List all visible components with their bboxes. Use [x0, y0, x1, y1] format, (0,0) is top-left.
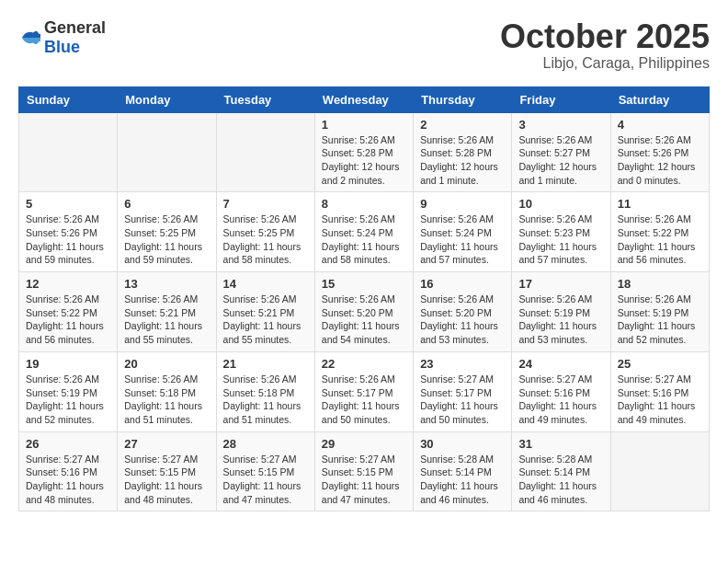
day-number: 14	[223, 277, 308, 291]
day-number: 27	[124, 437, 209, 451]
calendar-cell: 13Sunrise: 5:26 AM Sunset: 5:21 PM Dayli…	[118, 272, 216, 352]
calendar-cell	[118, 112, 216, 192]
day-info: Sunrise: 5:26 AM Sunset: 5:25 PM Dayligh…	[223, 213, 308, 267]
day-info: Sunrise: 5:26 AM Sunset: 5:18 PM Dayligh…	[223, 373, 308, 427]
calendar-cell: 17Sunrise: 5:26 AM Sunset: 5:19 PM Dayli…	[512, 272, 610, 352]
calendar-cell: 3Sunrise: 5:26 AM Sunset: 5:27 PM Daylig…	[512, 112, 610, 192]
day-info: Sunrise: 5:26 AM Sunset: 5:24 PM Dayligh…	[420, 213, 505, 267]
calendar-cell: 12Sunrise: 5:26 AM Sunset: 5:22 PM Dayli…	[19, 272, 118, 352]
weekday-header: Wednesday	[314, 86, 413, 112]
calendar-cell: 15Sunrise: 5:26 AM Sunset: 5:20 PM Dayli…	[314, 272, 413, 352]
calendar-cell: 6Sunrise: 5:26 AM Sunset: 5:25 PM Daylig…	[118, 192, 216, 272]
day-info: Sunrise: 5:26 AM Sunset: 5:20 PM Dayligh…	[420, 293, 505, 347]
day-info: Sunrise: 5:26 AM Sunset: 5:17 PM Dayligh…	[322, 373, 406, 427]
day-info: Sunrise: 5:27 AM Sunset: 5:16 PM Dayligh…	[26, 453, 110, 507]
day-info: Sunrise: 5:26 AM Sunset: 5:18 PM Dayligh…	[124, 373, 209, 427]
day-number: 24	[518, 357, 603, 371]
calendar-cell: 5Sunrise: 5:26 AM Sunset: 5:26 PM Daylig…	[19, 192, 118, 272]
calendar-cell: 22Sunrise: 5:26 AM Sunset: 5:17 PM Dayli…	[314, 351, 413, 431]
day-number: 31	[518, 437, 603, 451]
day-info: Sunrise: 5:27 AM Sunset: 5:16 PM Dayligh…	[518, 373, 603, 427]
calendar-cell: 20Sunrise: 5:26 AM Sunset: 5:18 PM Dayli…	[118, 351, 216, 431]
calendar-cell: 21Sunrise: 5:26 AM Sunset: 5:18 PM Dayli…	[216, 351, 314, 431]
day-number: 7	[223, 197, 308, 211]
day-number: 10	[518, 197, 603, 211]
day-info: Sunrise: 5:26 AM Sunset: 5:19 PM Dayligh…	[26, 373, 110, 427]
calendar-cell: 1Sunrise: 5:26 AM Sunset: 5:28 PM Daylig…	[314, 112, 413, 192]
calendar-week-row: 19Sunrise: 5:26 AM Sunset: 5:19 PM Dayli…	[19, 351, 710, 431]
calendar-cell: 2Sunrise: 5:26 AM Sunset: 5:28 PM Daylig…	[414, 112, 512, 192]
day-info: Sunrise: 5:28 AM Sunset: 5:14 PM Dayligh…	[518, 453, 603, 507]
day-info: Sunrise: 5:27 AM Sunset: 5:17 PM Dayligh…	[420, 373, 505, 427]
day-number: 26	[26, 437, 110, 451]
day-number: 11	[618, 197, 702, 211]
day-info: Sunrise: 5:26 AM Sunset: 5:23 PM Dayligh…	[518, 213, 603, 267]
day-number: 6	[124, 197, 209, 211]
calendar-cell: 16Sunrise: 5:26 AM Sunset: 5:20 PM Dayli…	[414, 272, 512, 352]
calendar-cell: 4Sunrise: 5:26 AM Sunset: 5:26 PM Daylig…	[610, 112, 709, 192]
day-info: Sunrise: 5:26 AM Sunset: 5:27 PM Dayligh…	[518, 133, 603, 188]
calendar-cell	[216, 112, 314, 192]
day-number: 22	[322, 357, 406, 371]
day-number: 2	[420, 118, 505, 132]
calendar-week-row: 1Sunrise: 5:26 AM Sunset: 5:28 PM Daylig…	[19, 112, 710, 192]
day-info: Sunrise: 5:26 AM Sunset: 5:26 PM Dayligh…	[618, 133, 702, 188]
calendar-cell: 29Sunrise: 5:27 AM Sunset: 5:15 PM Dayli…	[314, 431, 413, 511]
day-info: Sunrise: 5:28 AM Sunset: 5:14 PM Dayligh…	[420, 453, 505, 507]
calendar: SundayMondayTuesdayWednesdayThursdayFrid…	[18, 86, 710, 512]
day-number: 21	[223, 357, 308, 371]
weekday-header: Saturday	[610, 86, 709, 112]
location-title: Libjo, Caraga, Philippines	[500, 55, 710, 72]
day-number: 4	[618, 118, 702, 132]
day-info: Sunrise: 5:26 AM Sunset: 5:24 PM Dayligh…	[322, 213, 406, 267]
day-info: Sunrise: 5:26 AM Sunset: 5:22 PM Dayligh…	[618, 213, 702, 267]
day-info: Sunrise: 5:26 AM Sunset: 5:21 PM Dayligh…	[223, 293, 308, 347]
day-number: 19	[26, 357, 110, 371]
calendar-cell: 31Sunrise: 5:28 AM Sunset: 5:14 PM Dayli…	[512, 431, 610, 511]
day-number: 3	[518, 118, 603, 132]
day-info: Sunrise: 5:26 AM Sunset: 5:20 PM Dayligh…	[322, 293, 406, 347]
day-info: Sunrise: 5:26 AM Sunset: 5:26 PM Dayligh…	[26, 213, 110, 267]
calendar-week-row: 5Sunrise: 5:26 AM Sunset: 5:26 PM Daylig…	[19, 192, 710, 272]
day-number: 1	[322, 118, 406, 132]
month-title: October 2025	[500, 18, 710, 55]
weekday-header: Tuesday	[216, 86, 314, 112]
weekday-header: Friday	[512, 86, 610, 112]
day-info: Sunrise: 5:27 AM Sunset: 5:16 PM Dayligh…	[618, 373, 702, 427]
day-info: Sunrise: 5:27 AM Sunset: 5:15 PM Dayligh…	[322, 453, 406, 507]
day-info: Sunrise: 5:27 AM Sunset: 5:15 PM Dayligh…	[124, 453, 209, 507]
logo-text: General Blue	[44, 18, 106, 57]
day-number: 30	[420, 437, 505, 451]
calendar-cell: 9Sunrise: 5:26 AM Sunset: 5:24 PM Daylig…	[414, 192, 512, 272]
day-number: 9	[420, 197, 505, 211]
logo: General Blue	[18, 18, 106, 57]
day-info: Sunrise: 5:26 AM Sunset: 5:21 PM Dayligh…	[124, 293, 209, 347]
day-info: Sunrise: 5:26 AM Sunset: 5:28 PM Dayligh…	[322, 133, 406, 188]
title-area: October 2025 Libjo, Caraga, Philippines	[500, 18, 710, 72]
day-info: Sunrise: 5:27 AM Sunset: 5:15 PM Dayligh…	[223, 453, 308, 507]
header: General Blue October 2025 Libjo, Caraga,…	[18, 18, 710, 72]
day-number: 25	[618, 357, 702, 371]
day-number: 20	[124, 357, 209, 371]
calendar-cell	[19, 112, 118, 192]
calendar-cell: 18Sunrise: 5:26 AM Sunset: 5:19 PM Dayli…	[610, 272, 709, 352]
day-info: Sunrise: 5:26 AM Sunset: 5:19 PM Dayligh…	[518, 293, 603, 347]
weekday-header: Thursday	[414, 86, 512, 112]
calendar-cell: 30Sunrise: 5:28 AM Sunset: 5:14 PM Dayli…	[414, 431, 512, 511]
calendar-cell: 27Sunrise: 5:27 AM Sunset: 5:15 PM Dayli…	[118, 431, 216, 511]
day-number: 15	[322, 277, 406, 291]
day-number: 16	[420, 277, 505, 291]
calendar-week-row: 26Sunrise: 5:27 AM Sunset: 5:16 PM Dayli…	[19, 431, 710, 511]
day-number: 12	[26, 277, 110, 291]
calendar-header-row: SundayMondayTuesdayWednesdayThursdayFrid…	[19, 86, 710, 112]
calendar-cell: 24Sunrise: 5:27 AM Sunset: 5:16 PM Dayli…	[512, 351, 610, 431]
logo-icon	[18, 27, 40, 49]
weekday-header: Sunday	[19, 86, 118, 112]
calendar-cell: 7Sunrise: 5:26 AM Sunset: 5:25 PM Daylig…	[216, 192, 314, 272]
calendar-cell: 14Sunrise: 5:26 AM Sunset: 5:21 PM Dayli…	[216, 272, 314, 352]
calendar-cell: 25Sunrise: 5:27 AM Sunset: 5:16 PM Dayli…	[610, 351, 709, 431]
day-info: Sunrise: 5:26 AM Sunset: 5:25 PM Dayligh…	[124, 213, 209, 267]
day-number: 13	[124, 277, 209, 291]
day-info: Sunrise: 5:26 AM Sunset: 5:22 PM Dayligh…	[26, 293, 110, 347]
calendar-cell: 8Sunrise: 5:26 AM Sunset: 5:24 PM Daylig…	[314, 192, 413, 272]
